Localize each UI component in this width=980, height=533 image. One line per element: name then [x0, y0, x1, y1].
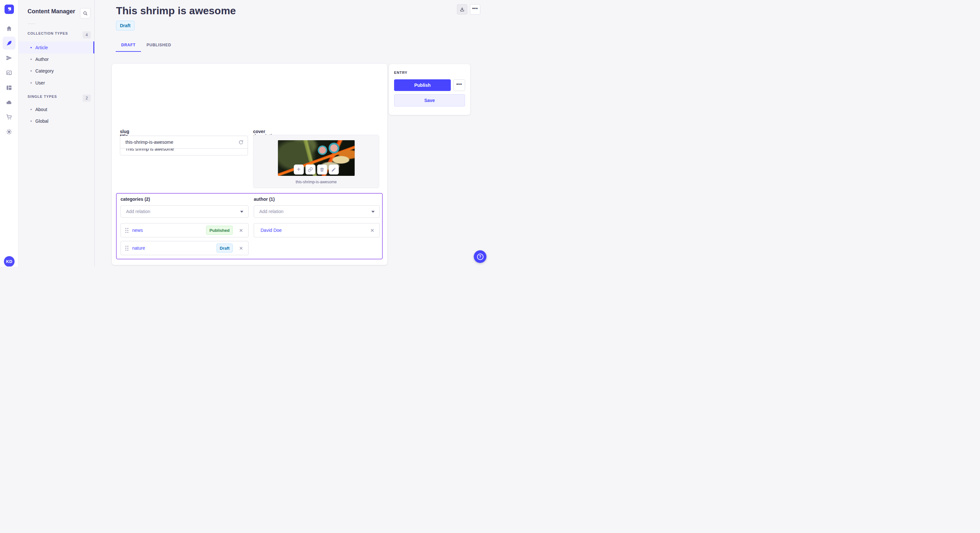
cover-add-button[interactable]: +: [294, 165, 304, 174]
sidebar-item-category[interactable]: Category: [19, 65, 94, 77]
relation-link-author[interactable]: David Doe: [261, 228, 282, 233]
main-nav-rail: KD: [0, 0, 19, 266]
bullet-icon: [30, 70, 32, 71]
page-title: This shrimp is awesome: [116, 4, 236, 17]
relation-link-nature[interactable]: nature: [132, 246, 145, 251]
strapi-admin-page: KD Content Manager COLLECTION TYPES 4 Ar…: [0, 0, 490, 266]
cover-delete-button[interactable]: [317, 165, 327, 174]
nav-content-type-builder-button[interactable]: [3, 81, 16, 94]
export-button[interactable]: [457, 4, 467, 14]
sidebar-divider: [27, 24, 35, 24]
user-avatar[interactable]: KD: [4, 256, 14, 266]
home-icon: [6, 25, 12, 32]
shopping-cart-icon: [6, 114, 12, 120]
main-content: This shrimp is awesome ••• Draft DRAFT P…: [95, 0, 490, 266]
chevron-down-icon: [371, 211, 375, 213]
relations-highlight-box: categories (2) Add relation news Publish…: [116, 193, 383, 259]
collection-types-count-badge: 4: [83, 32, 91, 38]
sidebar-item-article[interactable]: Article: [19, 41, 94, 54]
download-icon: [460, 7, 465, 12]
strapi-logo-glyph: [6, 6, 12, 12]
publish-button[interactable]: Publish: [394, 79, 451, 91]
paper-plane-icon: [6, 55, 12, 61]
entry-actions-row: Publish •••: [394, 79, 465, 91]
sidebar-item-user[interactable]: User: [19, 77, 94, 89]
nav-deploy-button[interactable]: [3, 96, 16, 109]
tab-draft[interactable]: DRAFT: [116, 39, 141, 52]
categories-add-relation-select[interactable]: Add relation: [121, 205, 248, 217]
sidebar-item-label: Global: [35, 119, 48, 124]
tab-published[interactable]: PUBLISHED: [141, 39, 177, 52]
sidebar-title: Content Manager: [27, 8, 75, 15]
relation-status-badge: Draft: [216, 244, 233, 252]
regenerate-slug-button[interactable]: [237, 139, 244, 145]
bullet-icon: [30, 121, 32, 122]
more-icon: •••: [456, 82, 462, 89]
nav-home-button[interactable]: [3, 22, 16, 35]
gear-icon: [6, 128, 12, 135]
nav-marketplace-button[interactable]: [3, 110, 16, 124]
header-more-button[interactable]: •••: [470, 4, 480, 14]
entry-panel-title: ENTRY: [394, 71, 465, 75]
cover-copy-link-button[interactable]: [305, 165, 315, 174]
categories-placeholder: Add relation: [126, 209, 150, 214]
relation-status-badge: Published: [206, 226, 233, 235]
cover-field-label: cover: [253, 129, 265, 134]
nav-settings-button[interactable]: [3, 125, 16, 138]
entry-more-button[interactable]: •••: [453, 79, 465, 91]
nav-releases-button[interactable]: [3, 51, 16, 65]
refresh-icon: [238, 140, 244, 145]
status-badge: Draft: [116, 21, 135, 30]
edit-form-card: title description Mantis shrimps, or sto…: [112, 64, 387, 265]
more-icon: •••: [472, 6, 478, 13]
trash-icon: [320, 167, 325, 172]
pencil-icon: [331, 167, 336, 172]
section-single-types-label: SINGLE TYPES: [27, 95, 57, 98]
author-field-label: author (1): [254, 197, 275, 202]
drag-handle-icon[interactable]: [126, 246, 128, 251]
section-collection-types-label: COLLECTION TYPES: [27, 32, 68, 35]
help-button[interactable]: ?: [474, 250, 487, 263]
cover-field: + this-shrimp-is-awesome: [253, 135, 379, 188]
sidebar-search-button[interactable]: [80, 8, 91, 19]
chevron-down-icon: [240, 211, 243, 213]
link-icon: [308, 167, 313, 172]
sidebar-item-label: Author: [35, 57, 49, 62]
cloud-icon: [6, 99, 12, 106]
nav-media-library-button[interactable]: [3, 67, 16, 79]
sidebar-item-author[interactable]: Author: [19, 53, 94, 65]
feather-icon: [6, 40, 12, 46]
entry-panel: ENTRY Publish ••• Save: [389, 64, 470, 115]
slug-label: slug: [120, 129, 129, 134]
bullet-icon: [30, 82, 32, 84]
plus-icon: +: [297, 166, 301, 173]
bullet-icon: [30, 109, 32, 110]
cover-caption: this-shrimp-is-awesome: [253, 180, 379, 184]
single-types-count-badge: 2: [83, 95, 91, 102]
category-relation-row-news: news Published ✕: [121, 223, 248, 237]
cover-edit-button[interactable]: [329, 165, 339, 174]
sidebar-item-global[interactable]: Global: [19, 115, 94, 127]
sidebar-item-label: Article: [35, 45, 48, 50]
nav-content-manager-button[interactable]: [3, 36, 16, 49]
remove-relation-button[interactable]: ✕: [369, 227, 375, 233]
category-relation-row-nature: nature Draft ✕: [121, 241, 248, 255]
remove-relation-button[interactable]: ✕: [238, 245, 244, 251]
relation-link-news[interactable]: news: [132, 228, 143, 233]
layout-icon: [6, 84, 12, 91]
bullet-icon: [30, 47, 32, 48]
author-add-relation-select[interactable]: Add relation: [254, 205, 380, 217]
content-manager-sidebar: Content Manager COLLECTION TYPES 4 Artic…: [19, 0, 95, 266]
remove-relation-button[interactable]: ✕: [238, 227, 244, 233]
sidebar-item-about[interactable]: About: [19, 103, 94, 115]
author-relation-row: David Doe ✕: [254, 223, 380, 237]
cover-actions: +: [294, 165, 339, 174]
bullet-icon: [30, 59, 32, 60]
categories-field-label: categories (2): [121, 197, 150, 202]
strapi-logo[interactable]: [5, 5, 14, 14]
save-button[interactable]: Save: [394, 94, 465, 106]
drag-handle-icon[interactable]: [126, 228, 128, 233]
slug-input[interactable]: [120, 136, 248, 149]
sidebar-item-label: About: [35, 107, 47, 112]
version-tabs: DRAFT PUBLISHED: [116, 39, 177, 52]
